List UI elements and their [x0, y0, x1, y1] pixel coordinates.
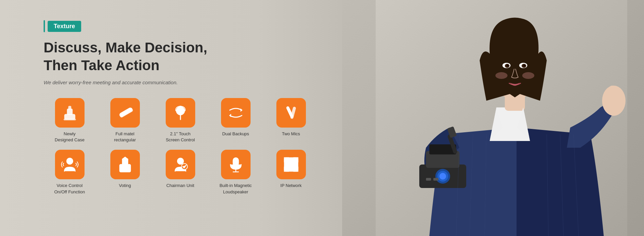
- texture-label: Texture: [48, 21, 81, 32]
- icon-box-touch: [166, 98, 195, 128]
- icons-row-1: NewlyDesigned Case Full matelrectangular: [44, 98, 332, 143]
- svg-point-43: [177, 158, 183, 164]
- sub-heading: We deliver worry-free meeting and accura…: [44, 80, 332, 85]
- icon-item-newly-designed-case: NewlyDesigned Case: [44, 98, 96, 143]
- icon-item-voting: Voting: [99, 150, 151, 189]
- svg-rect-33: [68, 106, 71, 109]
- icon-box-voting: [110, 150, 140, 179]
- svg-point-20: [439, 173, 446, 180]
- icon-label-rectangular: Full matelrectangular: [114, 131, 136, 143]
- texture-badge: Texture: [44, 20, 81, 32]
- icon-label-voice: Voice ControlOn/Off Function: [54, 183, 85, 195]
- svg-rect-34: [64, 119, 76, 120]
- svg-point-11: [495, 72, 507, 79]
- svg-point-9: [506, 64, 508, 66]
- heading-line1: Discuss, Make Decision,: [44, 39, 332, 57]
- icon-box-rectangular: [110, 98, 140, 128]
- woman-background: [342, 0, 644, 236]
- svg-point-12: [522, 72, 534, 79]
- icon-item-chairman-unit: Chairman Unit: [154, 150, 206, 189]
- icon-label-mics: Two Mics: [282, 131, 300, 137]
- main-heading: Discuss, Make Decision, Then Take Action: [44, 39, 332, 74]
- icon-item-ip-network: IP Network: [265, 150, 317, 189]
- icon-label-chairman: Chairman Unit: [166, 183, 194, 189]
- icon-item-voice-control: Voice ControlOn/Off Function: [44, 150, 96, 195]
- icon-box-voice: [55, 150, 85, 179]
- icons-row-2: Voice ControlOn/Off Function Voting: [44, 150, 332, 195]
- texture-bar: [44, 20, 45, 32]
- icon-box-chairman: [166, 150, 195, 179]
- heading-line2: Then Take Action: [44, 57, 332, 75]
- icon-label-case: NewlyDesigned Case: [55, 131, 85, 143]
- icon-label-speaker: Built-in MagneticLoudspeaker: [219, 183, 252, 195]
- icon-label-network: IP Network: [280, 183, 302, 189]
- icon-label-backups: Dual Backups: [222, 131, 249, 137]
- icon-box-mics: [276, 98, 306, 128]
- icon-item-speaker: Built-in MagneticLoudspeaker: [210, 150, 262, 195]
- icon-label-touch: 2.1" TouchScreen Control: [166, 131, 195, 143]
- icon-item-dual-backups: Dual Backups: [210, 98, 262, 137]
- icon-item-full-matel: Full matelrectangular: [99, 98, 151, 143]
- svg-rect-32: [67, 109, 72, 115]
- icon-item-two-mics: Two Mics: [265, 98, 317, 137]
- icon-box-backups: [221, 98, 251, 128]
- svg-rect-21: [426, 178, 431, 181]
- icon-box-speaker: [221, 150, 251, 179]
- icon-box-network: [276, 150, 306, 179]
- icon-label-voting: Voting: [119, 183, 131, 189]
- svg-point-41: [67, 158, 73, 164]
- svg-point-10: [523, 64, 525, 66]
- content-area: Texture Discuss, Make Decision, Then Tak…: [44, 20, 332, 195]
- woman-illustration: [376, 0, 627, 236]
- svg-point-38: [179, 109, 182, 112]
- icon-box-case: [55, 98, 85, 128]
- svg-rect-22: [433, 178, 438, 181]
- icons-grid: NewlyDesigned Case Full matelrectangular: [44, 98, 332, 195]
- svg-point-51: [289, 161, 293, 165]
- icon-item-touch-screen: 2.1" TouchScreen Control: [154, 98, 206, 143]
